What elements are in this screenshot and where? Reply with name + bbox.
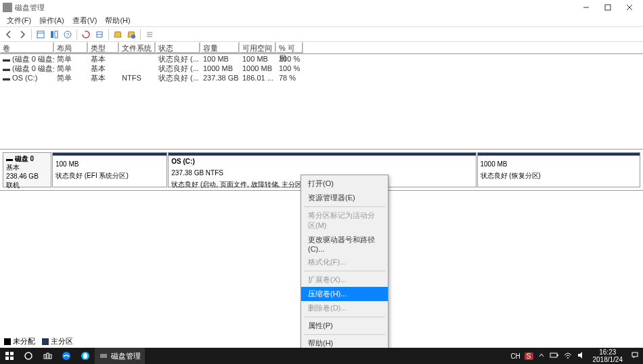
partition-efi[interactable]: 100 MB 状态良好 (EFI 系统分区)	[52, 152, 167, 187]
tool-help-icon[interactable]: ?	[62, 28, 74, 41]
tray-battery-icon[interactable]	[550, 352, 559, 360]
tray-wifi-icon[interactable]	[563, 351, 573, 361]
titlebar: 磁盘管理	[0, 0, 643, 15]
header-volume[interactable]: 卷	[0, 42, 54, 53]
tray-notification-icon[interactable]	[631, 351, 639, 361]
tool-disk2-icon[interactable]	[125, 28, 137, 41]
tray-input-icon[interactable]: S	[525, 352, 533, 360]
tray-ime-label[interactable]: CH	[510, 352, 520, 360]
svg-rect-7	[55, 31, 58, 38]
tool-view1-icon[interactable]	[35, 28, 47, 41]
window-title: 磁盘管理	[15, 3, 575, 13]
tool-settings-icon[interactable]	[93, 28, 106, 41]
disk-info[interactable]: ▬ 磁盘 0 基本 238.46 GB 联机	[3, 152, 51, 187]
svg-rect-29	[557, 355, 558, 356]
taskbar: 磁盘管理 CH S 16:23 2018/1/24	[0, 348, 643, 364]
window-controls	[575, 0, 640, 15]
svg-rect-22	[47, 353, 49, 359]
svg-rect-17	[10, 352, 14, 355]
svg-rect-6	[51, 31, 53, 38]
ctx-shrink[interactable]: 压缩卷(H)...	[301, 287, 388, 301]
menubar: 文件(F) 操作(A) 查看(V) 帮助(H)	[0, 15, 643, 27]
cortana-button[interactable]	[19, 348, 38, 364]
ctx-change-letter[interactable]: 更改驱动器号和路径(C)...	[301, 233, 388, 255]
ctx-properties[interactable]: 属性(P)	[301, 319, 388, 333]
tool-view2-icon[interactable]	[48, 28, 60, 41]
minimize-button[interactable]	[575, 0, 597, 15]
tool-list-icon[interactable]	[143, 28, 156, 41]
close-button[interactable]	[619, 0, 640, 15]
toolbar: ?	[0, 27, 643, 42]
header-pct[interactable]: % 可用	[276, 42, 303, 53]
svg-point-24	[62, 352, 70, 360]
header-status[interactable]: 状态	[156, 42, 200, 53]
ctx-extend: 扩展卷(X)...	[301, 273, 388, 287]
svg-rect-19	[10, 357, 14, 360]
taskbar-disk-management[interactable]: 磁盘管理	[95, 348, 145, 364]
legend: 未分配 主分区	[4, 336, 73, 346]
edge-button[interactable]	[57, 348, 76, 364]
tray-speaker-icon[interactable]	[577, 351, 585, 361]
table-row[interactable]: ▬ (磁盘 0 磁盘分区 4) 简单 基本 状态良好 (... 1000 MB …	[0, 64, 643, 73]
svg-rect-28	[550, 353, 557, 357]
forward-button[interactable]	[16, 28, 28, 41]
volume-table-header: 卷 布局 类型 文件系统 状态 容量 可用空间 % 可用	[0, 42, 643, 54]
menu-file[interactable]: 文件(F)	[3, 16, 35, 26]
context-menu: 打开(O) 资源管理器(E) 将分区标记为活动分区(M) 更改驱动器号和路径(C…	[301, 175, 389, 352]
start-button[interactable]	[0, 348, 19, 364]
system-tray[interactable]: CH S 16:23 2018/1/24	[506, 348, 643, 363]
svg-rect-21	[44, 355, 46, 359]
header-free[interactable]: 可用空间	[240, 42, 276, 53]
volume-list: ▬ (磁盘 0 磁盘分区 1) 简单 基本 状态良好 (... 100 MB 1…	[0, 54, 643, 149]
taskbar-clock[interactable]: 16:23 2018/1/24	[589, 348, 627, 363]
app-icon	[3, 3, 12, 12]
svg-rect-27	[100, 354, 107, 358]
partition-recovery[interactable]: 1000 MB 状态良好 (恢复分区)	[477, 152, 641, 187]
svg-rect-1	[605, 5, 611, 10]
menu-action[interactable]: 操作(A)	[35, 16, 68, 26]
ctx-format: 格式化(F)...	[301, 255, 388, 269]
qq-button[interactable]	[76, 348, 95, 364]
header-capacity[interactable]: 容量	[200, 42, 240, 53]
ctx-mark-active: 将分区标记为活动分区(M)	[301, 208, 388, 233]
svg-point-12	[131, 35, 135, 39]
maximize-button[interactable]	[597, 0, 619, 15]
ctx-delete: 删除卷(D)...	[301, 301, 388, 315]
tray-up-icon[interactable]	[537, 351, 546, 361]
svg-rect-23	[49, 355, 51, 359]
table-row[interactable]: ▬ (磁盘 0 磁盘分区 1) 简单 基本 状态良好 (... 100 MB 1…	[0, 54, 643, 64]
menu-view[interactable]: 查看(V)	[68, 16, 102, 26]
svg-rect-4	[37, 31, 44, 38]
header-filesystem[interactable]: 文件系统	[119, 42, 156, 53]
svg-point-20	[25, 352, 32, 359]
legend-primary-icon	[42, 338, 49, 345]
diskmgmt-icon	[99, 351, 108, 361]
svg-rect-16	[5, 352, 9, 355]
taskview-button[interactable]	[38, 348, 57, 364]
ctx-open[interactable]: 打开(O)	[301, 177, 388, 191]
tool-disk1-icon[interactable]	[112, 28, 124, 41]
svg-text:?: ?	[66, 32, 70, 38]
legend-unallocated-icon	[4, 338, 11, 345]
back-button[interactable]	[3, 28, 15, 41]
menu-help[interactable]: 帮助(H)	[101, 16, 134, 26]
header-type[interactable]: 类型	[88, 42, 119, 53]
ctx-explorer[interactable]: 资源管理器(E)	[301, 191, 388, 205]
header-layout[interactable]: 布局	[54, 42, 88, 53]
svg-rect-31	[632, 352, 638, 357]
table-row[interactable]: ▬ OS (C:) 简单 基本 NTFS 状态良好 (... 237.38 GB…	[0, 73, 643, 83]
svg-rect-18	[5, 357, 9, 360]
svg-point-30	[567, 357, 569, 359]
svg-point-26	[83, 353, 87, 359]
tool-refresh-icon[interactable]	[80, 28, 92, 41]
